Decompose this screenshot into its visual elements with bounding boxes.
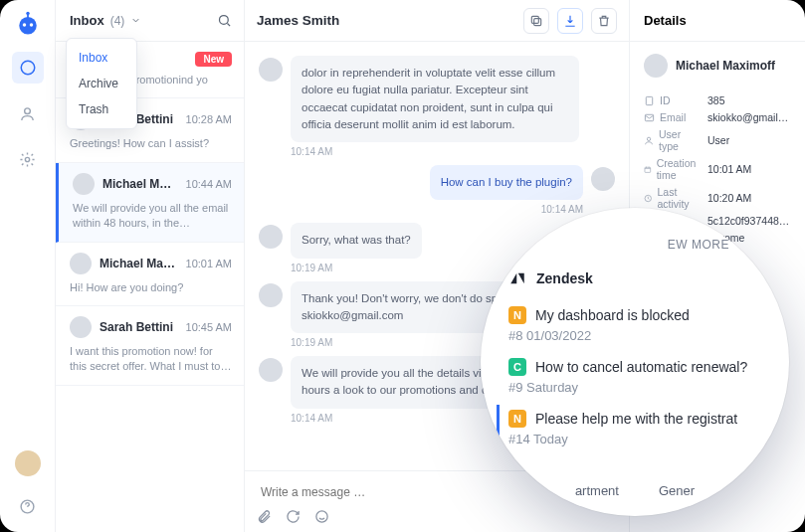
download-button[interactable] [557,8,583,34]
search-icon[interactable] [217,13,232,28]
folder-inbox[interactable]: Inbox [67,45,136,71]
thread-item[interactable]: Michael Maximoff 10:44 AM We will provid… [56,163,244,243]
thread-name: Michael Maximoff [102,177,178,191]
nav-chat[interactable] [12,52,44,84]
details-name: Michael Maximoff [676,59,775,73]
thread-name: Sarah Bettini [100,320,178,334]
ticket-meta: #8 01/03/2022 [508,328,771,343]
avatar [259,358,283,382]
thread-preview: I want this promotion now! for this secr… [70,344,232,375]
emoji-icon[interactable] [314,509,329,524]
zendesk-icon [508,269,526,287]
avatar [259,58,283,82]
thread-item[interactable]: Michael Maximoff 10:01 AM Hi! How are yo… [56,243,244,306]
ticket-title: How to cancel automatic renewal? [535,359,747,375]
message-bubble: How can I buy the plugin? [430,165,583,200]
avatar [70,253,92,274]
inbox-count: (4) [110,14,125,28]
nav-users[interactable] [12,97,44,129]
saved-reply-icon[interactable] [286,509,301,524]
ticket-status-badge: N [508,306,526,324]
inbox-title[interactable]: Inbox [70,13,104,28]
tab-department[interactable]: artment [575,483,619,498]
attach-icon[interactable] [257,509,272,524]
svg-point-6 [25,107,31,113]
message-bubble: Sorry, what was that? [291,223,422,258]
folder-archive[interactable]: Archive [67,71,136,96]
svg-rect-11 [531,16,538,23]
thread-time: 10:01 AM [186,258,232,269]
nav-help[interactable] [12,490,44,522]
thread-time: 10:45 AM [186,321,232,333]
svg-point-15 [647,137,650,140]
new-badge: New [195,52,232,67]
svg-rect-13 [646,96,652,104]
avatar [591,167,615,191]
ticket-item[interactable]: NPlease help me with the registrat #14 T… [497,405,771,456]
folder-trash[interactable]: Trash [67,96,136,122]
delete-button[interactable] [591,8,617,34]
thread-time: 10:44 AM [186,178,232,190]
nav-rail [0,0,56,532]
avatar [259,283,283,307]
svg-point-9 [220,16,229,25]
thread-time: 10:28 AM [186,113,232,125]
message-time: 10:14 AM [291,204,583,215]
svg-point-0 [19,17,37,35]
inbox-column: Inbox (4) Inbox Archive Trash sa Satta N… [56,0,245,532]
svg-rect-10 [534,18,541,25]
tab-general[interactable]: Gener [659,483,695,498]
svg-point-4 [26,12,30,16]
thread-name: Michael Maximoff [100,257,178,270]
ticket-title: My dashboard is blocked [535,307,690,323]
chat-title: James Smith [257,13,515,28]
ticket-meta: #14 Today [508,432,771,446]
current-user-avatar[interactable] [15,450,41,476]
chevron-down-icon[interactable] [130,15,141,26]
inbox-folder-menu: Inbox Archive Trash [66,38,137,129]
svg-point-1 [22,23,26,27]
nav-settings[interactable] [12,143,44,175]
thread-preview: Hi! How are you doing? [70,280,232,295]
svg-rect-16 [645,167,651,172]
thread-item[interactable]: Sarah Bettini 10:45 AM I want this promo… [56,306,244,386]
svg-point-2 [29,23,33,27]
ticket-item[interactable]: NMy dashboard is blocked #8 01/03/2022 [508,301,771,353]
avatar [259,225,283,249]
thread-preview: We will provide you all the email within… [73,201,232,232]
ticket-item[interactable]: CHow to cancel automatic renewal? #9 Sat… [508,353,771,405]
avatar [644,54,668,78]
avatar [70,316,92,338]
avatar [73,173,95,195]
ticket-meta: #9 Saturday [508,380,771,395]
ticket-status-badge: C [508,358,526,376]
message-bubble: dolor in reprehenderit in voluptate veli… [291,56,579,142]
details-title: Details [630,0,805,42]
svg-point-7 [25,157,29,161]
ticket-title: Please help me with the registrat [535,411,737,427]
svg-point-12 [316,511,327,522]
ticket-status-badge: N [508,410,526,428]
app-logo [14,10,42,38]
copy-button[interactable] [523,8,549,34]
thread-preview: Greetings! How can I assist? [70,136,232,151]
message-time: 10:14 AM [291,146,615,157]
integration-name: Zendesk [536,270,593,286]
zendesk-lens: EW MORE Zendesk NMy dashboard is blocked… [481,208,789,516]
